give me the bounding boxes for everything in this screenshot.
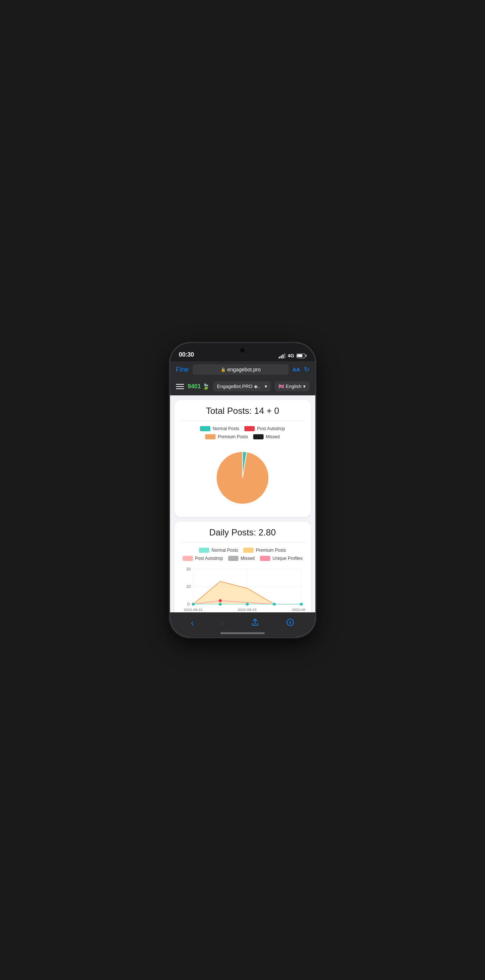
legend-daily-premium: Premium Posts <box>243 548 286 553</box>
legend-daily-missed: Missed <box>228 556 255 561</box>
svg-text:20: 20 <box>186 567 190 571</box>
browser-actions: AA ↻ <box>292 366 309 374</box>
legend-daily-unique: Unique Profiles <box>260 556 302 561</box>
svg-text:2022-08-25: 2022-08-25 <box>292 608 305 612</box>
browser-forward-button[interactable]: › <box>216 616 228 630</box>
compass-button[interactable] <box>282 617 299 630</box>
browser-back-button[interactable]: ‹ <box>186 616 198 630</box>
browser-back-label[interactable]: Fine <box>176 366 189 374</box>
reload-button[interactable]: ↻ <box>304 366 310 374</box>
svg-text:2022-08-23: 2022-08-23 <box>238 608 257 612</box>
legend-premium: Premium Posts <box>205 434 248 439</box>
browser-chrome: Fine 🔒 engagebot.pro AA ↻ <box>170 361 315 378</box>
svg-point-21 <box>219 600 222 602</box>
battery <box>297 354 306 358</box>
legend-autodrop: Post Autodrop <box>244 426 285 431</box>
camera-notch <box>240 348 245 353</box>
svg-marker-15 <box>193 581 301 604</box>
signal-bars <box>279 353 286 358</box>
svg-text:2022-08-21: 2022-08-21 <box>184 608 203 612</box>
url-text: engagebot.pro <box>227 367 261 372</box>
font-size-button[interactable]: AA <box>292 367 300 372</box>
pie-chart <box>180 445 305 511</box>
total-posts-legend: Normal Posts Post Autodrop Premium Posts… <box>180 426 305 439</box>
legend-daily-normal: Normal Posts <box>199 548 238 553</box>
svg-point-19 <box>273 603 276 606</box>
top-nav: 9401 🍃 EngageBot.PRO ◈.. ▾ 🇬🇧 English ▾ <box>170 378 315 395</box>
total-posts-card: Total Posts: 14 + 0 Normal Posts Post Au… <box>174 400 311 517</box>
line-chart-svg: 20 10 0 2022-08-21 2022-08-23 <box>180 566 305 612</box>
lang-arrow: ▾ <box>303 383 306 389</box>
account-label: EngageBot.PRO ◈.. <box>217 383 260 389</box>
pie-svg <box>213 448 272 508</box>
legend-daily-autodrop: Post Autodrop <box>183 556 223 561</box>
flag-icon: 🇬🇧 <box>278 383 284 389</box>
daily-posts-legend: Normal Posts Premium Posts Post Autodrop… <box>180 548 305 561</box>
home-indicator <box>220 632 265 634</box>
lang-label: English <box>286 383 302 389</box>
legend-missed: Missed <box>253 434 280 439</box>
line-chart: 20 10 0 2022-08-21 2022-08-23 <box>180 566 305 612</box>
svg-text:10: 10 <box>186 584 190 589</box>
status-time: 00:30 <box>179 351 194 358</box>
svg-point-16 <box>191 603 195 606</box>
hamburger-menu[interactable] <box>176 384 184 389</box>
lock-icon: 🔒 <box>221 368 226 372</box>
coins-icon: 🍃 <box>202 383 210 390</box>
language-selector[interactable]: 🇬🇧 English ▾ <box>274 381 310 391</box>
phone-frame: 00:30 4G Fine � <box>170 343 315 637</box>
account-dropdown[interactable]: EngageBot.PRO ◈.. ▾ <box>213 381 271 391</box>
coins-amount: 9401 <box>188 383 201 390</box>
signal-label: 4G <box>287 353 294 358</box>
share-button[interactable] <box>247 617 263 630</box>
svg-text:0: 0 <box>187 602 189 606</box>
coins-display: 9401 🍃 <box>188 383 210 390</box>
address-bar[interactable]: 🔒 engagebot.pro <box>193 364 289 375</box>
total-posts-title: Total Posts: 14 + 0 <box>180 406 305 421</box>
dropdown-arrow: ▾ <box>265 383 267 389</box>
svg-point-20 <box>300 603 303 606</box>
svg-point-17 <box>219 603 222 606</box>
status-icons: 4G <box>279 353 306 358</box>
main-content[interactable]: Total Posts: 14 + 0 Normal Posts Post Au… <box>170 395 315 612</box>
legend-normal: Normal Posts <box>200 426 239 431</box>
phone-screen: 00:30 4G Fine � <box>170 343 315 637</box>
daily-posts-card: Daily Posts: 2.80 Normal Posts Premium P… <box>174 522 311 612</box>
daily-posts-title: Daily Posts: 2.80 <box>180 527 305 542</box>
svg-point-18 <box>246 603 249 606</box>
